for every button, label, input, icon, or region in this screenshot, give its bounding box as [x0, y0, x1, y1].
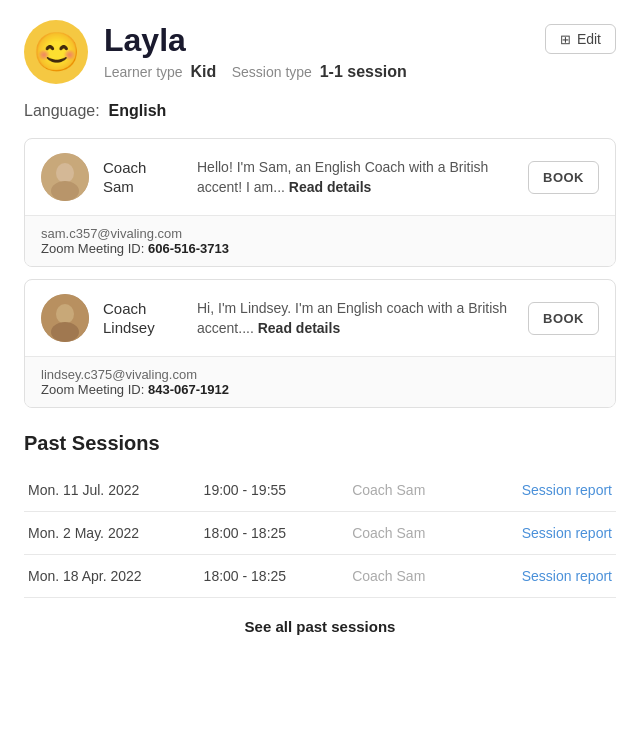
session-coach-3: Coach Sam	[348, 555, 483, 598]
coach-lindsey-zoom: Zoom Meeting ID: 843-067-1912	[41, 382, 599, 397]
edit-button[interactable]: ⊞ Edit	[545, 24, 616, 54]
coach-card-lindsey: CoachLindsey Hi, I'm Lindsey. I'm an Eng…	[24, 279, 616, 408]
header-left: 😊 Layla Learner type Kid Session type 1-…	[24, 20, 407, 84]
coach-sam-zoom: Zoom Meeting ID: 606-516-3713	[41, 241, 599, 256]
session-date-1: Mon. 11 Jul. 2022	[24, 469, 200, 512]
see-all-button[interactable]: See all past sessions	[245, 618, 396, 635]
learner-type-label: Learner type	[104, 64, 183, 80]
avatar-emoji-icon: 😊	[33, 30, 80, 74]
svg-point-2	[51, 181, 79, 201]
coach-card-sam: CoachSam Hello! I'm Sam, an English Coac…	[24, 138, 616, 267]
learner-avatar: 😊	[24, 20, 88, 84]
svg-point-4	[56, 304, 74, 324]
session-report-link-3[interactable]: Session report	[522, 568, 612, 584]
table-row: Mon. 2 May. 2022 18:00 - 18:25 Coach Sam…	[24, 512, 616, 555]
coach-sam-name-block: CoachSam	[103, 158, 183, 197]
header: 😊 Layla Learner type Kid Session type 1-…	[24, 20, 616, 84]
session-report-link-1[interactable]: Session report	[522, 482, 612, 498]
session-time-2: 18:00 - 18:25	[200, 512, 349, 555]
edit-button-label: Edit	[577, 31, 601, 47]
session-report-1[interactable]: Session report	[483, 469, 616, 512]
session-type-value: 1-1 session	[320, 63, 407, 80]
learner-name: Layla	[104, 23, 407, 58]
session-date-2: Mon. 2 May. 2022	[24, 512, 200, 555]
main-page: 😊 Layla Learner type Kid Session type 1-…	[0, 0, 640, 741]
session-coach-2: Coach Sam	[348, 512, 483, 555]
table-row: Mon. 11 Jul. 2022 19:00 - 19:55 Coach Sa…	[24, 469, 616, 512]
past-sessions-section: Past Sessions Mon. 11 Jul. 2022 19:00 - …	[24, 432, 616, 642]
language-label: Language: English	[24, 102, 166, 119]
coach-sam-avatar	[41, 153, 89, 201]
coach-lindsey-avatar	[41, 294, 89, 342]
coach-sam-zoom-label: Zoom Meeting ID:	[41, 241, 144, 256]
coach-sam-read-details[interactable]: Read details	[289, 179, 371, 195]
coach-lindsey-bio-text: Hi, I'm Lindsey. I'm an English coach wi…	[197, 300, 507, 336]
language-section: Language: English	[24, 102, 616, 120]
session-report-3[interactable]: Session report	[483, 555, 616, 598]
coach-lindsey-zoom-label: Zoom Meeting ID:	[41, 382, 144, 397]
read-details-label-lindsey: Read details	[258, 320, 340, 336]
coach-lindsey-avatar-img	[41, 294, 89, 342]
coach-lindsey-zoom-id: 843-067-1912	[148, 382, 229, 397]
session-report-link-2[interactable]: Session report	[522, 525, 612, 541]
session-time-1: 19:00 - 19:55	[200, 469, 349, 512]
session-coach-1: Coach Sam	[348, 469, 483, 512]
session-date-3: Mon. 18 Apr. 2022	[24, 555, 200, 598]
session-report-2[interactable]: Session report	[483, 512, 616, 555]
coach-sam-title: CoachSam	[103, 159, 146, 196]
coach-lindsey-email: lindsey.c375@vivaling.com	[41, 367, 599, 382]
coach-lindsey-details: lindsey.c375@vivaling.com Zoom Meeting I…	[25, 356, 615, 407]
coach-lindsey-read-details[interactable]: Read details	[258, 320, 340, 336]
coach-lindsey-bio: Hi, I'm Lindsey. I'm an English coach wi…	[197, 298, 514, 339]
language-prefix: Language:	[24, 102, 100, 119]
coach-lindsey-book-button[interactable]: BOOK	[528, 302, 599, 335]
coach-sam-email: sam.c357@vivaling.com	[41, 226, 599, 241]
sessions-table: Mon. 11 Jul. 2022 19:00 - 19:55 Coach Sa…	[24, 469, 616, 598]
header-info: Layla Learner type Kid Session type 1-1 …	[104, 23, 407, 80]
learner-type-value: Kid	[190, 63, 216, 80]
svg-point-1	[56, 163, 74, 183]
coach-sam-zoom-id: 606-516-3713	[148, 241, 229, 256]
svg-point-5	[51, 322, 79, 342]
session-type-label: Session type	[232, 64, 312, 80]
session-time-3: 18:00 - 18:25	[200, 555, 349, 598]
coach-lindsey-name-block: CoachLindsey	[103, 299, 183, 338]
language-value: English	[109, 102, 167, 119]
header-meta: Learner type Kid Session type 1-1 sessio…	[104, 63, 407, 81]
coach-sam-details: sam.c357@vivaling.com Zoom Meeting ID: 6…	[25, 215, 615, 266]
coach-lindsey-main: CoachLindsey Hi, I'm Lindsey. I'm an Eng…	[25, 280, 615, 356]
coach-lindsey-title: CoachLindsey	[103, 300, 155, 337]
coach-sam-bio: Hello! I'm Sam, an English Coach with a …	[197, 157, 514, 198]
see-all-row: See all past sessions	[24, 598, 616, 642]
coach-sam-avatar-img	[41, 153, 89, 201]
past-sessions-title: Past Sessions	[24, 432, 616, 455]
coach-sam-book-button[interactable]: BOOK	[528, 161, 599, 194]
read-details-label: Read details	[289, 179, 371, 195]
edit-icon: ⊞	[560, 32, 571, 47]
table-row: Mon. 18 Apr. 2022 18:00 - 18:25 Coach Sa…	[24, 555, 616, 598]
coach-sam-main: CoachSam Hello! I'm Sam, an English Coac…	[25, 139, 615, 215]
